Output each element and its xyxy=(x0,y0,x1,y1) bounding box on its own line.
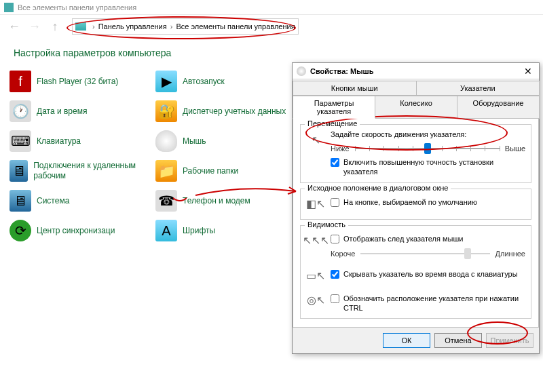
trails-label[interactable]: Отображать след указателя мыши xyxy=(343,234,463,243)
control-panel-item[interactable]: A Шрифты xyxy=(153,216,299,246)
window-titlebar: Все элементы панели управления xyxy=(0,0,543,15)
item-icon: ⟳ xyxy=(10,220,31,241)
item-icon: f xyxy=(10,71,31,92)
item-icon: 🖥 xyxy=(10,160,28,182)
item-label: Клавиатура xyxy=(37,136,81,146)
control-panel-item[interactable]: 🔐 Диспетчер учетных данных xyxy=(153,96,299,126)
nav-row: ← → ↑ › Панель управления › Все элементы… xyxy=(0,15,543,38)
control-panel-item[interactable]: 🖥 Подключения к удаленным рабочим xyxy=(7,156,153,186)
group-motion-title: Перемещение xyxy=(305,119,360,128)
item-label: Рабочие папки xyxy=(183,166,238,176)
speed-slider[interactable] xyxy=(355,142,500,155)
control-panel-item[interactable]: ▶ Автозапуск xyxy=(153,66,299,96)
forward-button[interactable]: → xyxy=(26,18,43,35)
tab-hardware[interactable]: Оборудование xyxy=(457,96,540,119)
breadcrumb[interactable]: › Панель управления › Все элементы панел… xyxy=(72,18,299,35)
up-button[interactable]: ↑ xyxy=(47,18,63,35)
item-icon: 🔐 xyxy=(155,100,177,122)
dialog-button-row: ОК Отмена Применить xyxy=(293,328,539,353)
control-panel-item[interactable]: ⌨ Клавиатура xyxy=(7,126,153,156)
precision-checkbox[interactable] xyxy=(331,158,339,167)
hide-icon: ▭↖ xyxy=(306,267,325,286)
ctrl-icon: ◎↖ xyxy=(306,291,325,310)
group-snap-title: Исходное положение в диалоговом окне xyxy=(305,184,451,192)
window-icon xyxy=(4,3,14,12)
group-motion: Перемещение ↖ Задайте скорость движения … xyxy=(300,124,531,183)
dialog-titlebar[interactable]: Свойства: Мышь ✕ xyxy=(293,63,539,79)
item-icon: 🕐 xyxy=(10,100,31,122)
item-label: Автозапуск xyxy=(183,77,225,87)
control-panel-item[interactable]: Мышь xyxy=(153,126,299,156)
hide-checkbox[interactable] xyxy=(331,270,339,279)
speed-label: Задайте скорость движения указателя: xyxy=(331,130,525,138)
trails-long-label: Длиннее xyxy=(495,250,525,258)
mouse-icon xyxy=(297,66,306,76)
item-label: Телефон и модем xyxy=(183,196,250,206)
chevron-right-icon[interactable]: › xyxy=(170,22,173,31)
control-panel-item[interactable]: f Flash Player (32 бита) xyxy=(7,66,153,96)
precision-label[interactable]: Включить повышенную точность установки у… xyxy=(343,157,525,177)
item-label: Диспетчер учетных данных xyxy=(183,106,286,117)
slider-fast-label: Выше xyxy=(505,144,525,153)
item-icon: 🖥 xyxy=(10,190,31,212)
item-label: Дата и время xyxy=(37,106,87,117)
close-button[interactable]: ✕ xyxy=(521,66,535,77)
item-label: Система xyxy=(37,196,69,206)
item-label: Шрифты xyxy=(183,226,215,236)
item-label: Мышь xyxy=(183,136,206,146)
item-icon: ⌨ xyxy=(10,130,31,152)
item-icon: A xyxy=(155,220,177,241)
item-label: Подключения к удаленным рабочим xyxy=(33,161,150,181)
item-label: Flash Player (32 бита) xyxy=(37,77,118,87)
group-visibility-title: Видимость xyxy=(305,220,348,229)
item-icon xyxy=(155,130,177,152)
cursor-icon: ↖ xyxy=(306,130,325,149)
tab-strip: Кнопки мыши Указатели Параметры указател… xyxy=(293,79,539,119)
trails-checkbox[interactable] xyxy=(331,235,339,243)
breadcrumb-item-2[interactable]: Все элементы панели управления xyxy=(176,22,295,31)
ctrl-label[interactable]: Обозначить расположение указателя при на… xyxy=(343,294,525,313)
control-panel-item[interactable]: 🕐 Дата и время xyxy=(7,96,153,126)
hide-label[interactable]: Скрывать указатель во время ввода с клав… xyxy=(343,269,518,279)
item-label: Центр синхронизаци xyxy=(37,226,115,236)
trails-short-label: Короче xyxy=(331,250,355,258)
ok-button[interactable]: ОК xyxy=(383,333,430,348)
tab-body: Перемещение ↖ Задайте скорость движения … xyxy=(293,118,539,328)
snap-checkbox[interactable] xyxy=(331,198,339,207)
trails-icon: ↖↖↖ xyxy=(306,231,325,250)
ctrl-checkbox[interactable] xyxy=(331,294,339,303)
item-icon: 📁 xyxy=(155,160,177,182)
trails-slider xyxy=(360,248,489,260)
apply-button[interactable]: Применить xyxy=(486,333,533,348)
snap-label[interactable]: На кнопке, выбираемой по умолчанию xyxy=(343,197,477,207)
snap-icon: ◧↖ xyxy=(306,195,325,214)
chevron-right-icon[interactable]: › xyxy=(92,22,95,31)
cancel-button[interactable]: Отмена xyxy=(434,333,482,348)
back-button[interactable]: ← xyxy=(6,18,22,35)
tab-pointers[interactable]: Указатели xyxy=(416,81,540,96)
item-icon: ☎ xyxy=(155,190,177,212)
tab-pointer-options[interactable]: Параметры указателя xyxy=(293,96,375,119)
tab-buttons[interactable]: Кнопки мыши xyxy=(293,81,417,96)
window-title: Все элементы панели управления xyxy=(18,3,136,12)
mouse-properties-dialog: Свойства: Мышь ✕ Кнопки мыши Указатели П… xyxy=(292,62,540,354)
control-panel-item[interactable]: ⟳ Центр синхронизаци xyxy=(7,216,153,246)
tab-wheel[interactable]: Колесико xyxy=(375,96,457,119)
control-panel-item[interactable]: ☎ Телефон и модем xyxy=(153,186,299,216)
control-panel-item[interactable]: 🖥 Система xyxy=(7,186,153,216)
group-snap: Исходное положение в диалоговом окне ◧↖ … xyxy=(300,189,531,220)
slider-slow-label: Ниже xyxy=(331,144,350,153)
breadcrumb-item-1[interactable]: Панель управления xyxy=(98,22,167,31)
breadcrumb-icon xyxy=(75,22,86,31)
item-icon: ▶ xyxy=(155,71,177,92)
dialog-title: Свойства: Мышь xyxy=(310,67,374,75)
control-panel-item[interactable]: 📁 Рабочие папки xyxy=(153,156,299,186)
group-visibility: Видимость ↖↖↖ Отображать след указателя … xyxy=(300,225,531,319)
